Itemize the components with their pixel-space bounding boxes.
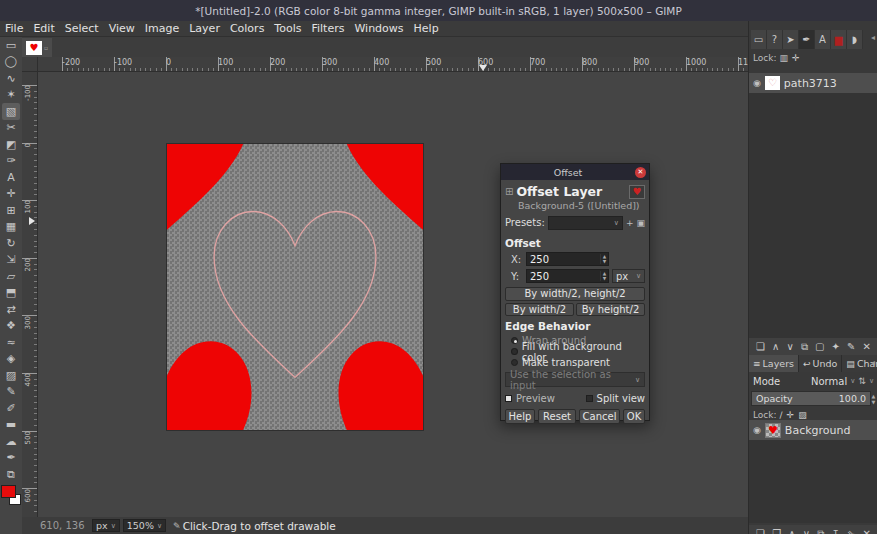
tab-undo[interactable]: ↩Undo (799, 355, 842, 372)
color-swatches[interactable] (1, 485, 21, 505)
scale-tool[interactable]: ⇲ (2, 252, 20, 269)
preview-checkbox[interactable] (505, 395, 512, 402)
lock-paint-icon[interactable]: ∕ (780, 410, 783, 420)
lock-position-icon[interactable]: ✛ (787, 410, 795, 420)
paintbrush-tool[interactable]: ✐ (2, 400, 20, 417)
selection-to-path-button[interactable]: ✦ (832, 342, 840, 352)
unified-transform-tool[interactable]: ❖ (2, 318, 20, 335)
perspective-tool[interactable]: ⬒ (2, 285, 20, 302)
layer-list[interactable]: ◉ ♥ Background (749, 420, 877, 523)
history-tab-icon[interactable]: ➤ (783, 30, 799, 49)
shear-tool[interactable]: ▱ (2, 268, 20, 285)
menu-layer[interactable]: Layer (184, 22, 225, 35)
menu-help[interactable]: Help (409, 22, 444, 35)
gradient-tool[interactable]: ▨ (2, 367, 20, 384)
path-to-selection-button[interactable]: ▢ (815, 342, 824, 352)
merge-down-button[interactable]: ⇘ (847, 529, 855, 534)
menu-view[interactable]: View (104, 22, 140, 35)
align-tool[interactable]: ⊞ (2, 202, 20, 219)
close-icon[interactable]: ✕ (635, 167, 646, 178)
help-button[interactable]: Help (505, 409, 535, 424)
vertical-ruler[interactable]: -1000100200300400500600 (22, 72, 38, 517)
horizontal-ruler[interactable]: -200-10001002003004005006007008009001000… (38, 57, 748, 72)
select-by-color-tool[interactable]: ▧ (2, 103, 20, 120)
fonts-tab-icon[interactable]: A (815, 30, 831, 49)
opacity-slider[interactable]: Opacity 100.0 (751, 391, 871, 406)
scissors-select-tool[interactable]: ✂ (2, 120, 20, 137)
menu-edit[interactable]: Edit (28, 22, 59, 35)
clone-tool[interactable]: ⧉ (2, 466, 20, 483)
delete-path-button[interactable]: ✕ (863, 342, 871, 352)
lower-path-button[interactable]: ∨ (786, 342, 793, 352)
raise-path-button[interactable]: ∧ (772, 342, 779, 352)
foreground-select-tool[interactable]: ◩ (2, 136, 20, 153)
offset-half-width-button[interactable]: By width/2 (505, 303, 574, 317)
radio-fill-with-background-color[interactable]: Fill with background color (511, 346, 645, 357)
ruler-corner[interactable] (22, 57, 38, 72)
lock-position-icon[interactable]: ✛ (792, 53, 800, 63)
chevron-down-icon[interactable]: ∨ (850, 377, 855, 385)
fuzzy-select-tool[interactable]: ✶ (2, 87, 20, 104)
paths-tool[interactable]: ✑ (2, 153, 20, 170)
drag-handle-icon[interactable]: ⊞ (505, 186, 513, 197)
menu-file[interactable]: File (0, 22, 28, 35)
crop-tool[interactable]: ▦ (2, 219, 20, 236)
flip-tool[interactable]: ⇄ (2, 301, 20, 318)
images-tab-icon[interactable]: ▭ (751, 30, 767, 49)
y-offset-input[interactable]: 250 ▲▼ (526, 269, 609, 283)
cancel-button[interactable]: Cancel (579, 409, 620, 424)
new-path-button[interactable]: ❏ (756, 342, 765, 352)
paths-list-empty[interactable] (749, 93, 877, 338)
gradients-tab-icon[interactable]: ▆ (831, 30, 847, 49)
airbrush-tool[interactable]: ☁ (2, 433, 20, 450)
new-layer-button[interactable]: ❏ (756, 529, 765, 534)
eraser-tool[interactable]: ▬ (2, 417, 20, 434)
menu-select[interactable]: Select (60, 22, 104, 35)
zoom-select[interactable]: 150%∨ (123, 519, 166, 532)
split-view-checkbox[interactable] (586, 395, 593, 402)
lock-pixels-icon[interactable]: ▥ (780, 53, 789, 63)
ok-button[interactable]: OK (623, 409, 645, 424)
unit-combo[interactable]: px∨ (612, 269, 645, 283)
presets-combo[interactable]: ∨ (548, 216, 623, 230)
lower-layer-button[interactable]: ∨ (803, 529, 810, 534)
chevron-down-icon[interactable]: ∨ (869, 377, 874, 385)
dialog-titlebar[interactable]: Offset ✕ (501, 164, 649, 180)
mode-switch-icon[interactable]: ⇅ (858, 376, 866, 386)
opacity-spinner[interactable]: ▲▼ (870, 391, 877, 406)
offset-half-height-button[interactable]: By height/2 (576, 303, 645, 317)
pointer-tab-icon[interactable]: ? (767, 30, 783, 49)
image-drawable[interactable] (166, 143, 424, 431)
rotate-tool[interactable]: ↻ (2, 235, 20, 252)
layer-row[interactable]: ◉ ♥ Background (749, 420, 877, 440)
move-tool[interactable]: ✛ (2, 186, 20, 203)
tab-layers[interactable]: ≡Layers (749, 355, 799, 372)
menu-tools[interactable]: Tools (269, 22, 306, 35)
duplicate-layer-button[interactable]: ⧉ (817, 529, 824, 534)
dock-collapse-icon[interactable]: ◂ (871, 358, 875, 367)
ellipse-select-tool[interactable]: ◯ (2, 54, 20, 71)
lock-alpha-icon[interactable]: ▨ (798, 410, 807, 420)
heart-path-outline[interactable] (214, 211, 376, 377)
menu-colors[interactable]: Colors (225, 22, 269, 35)
warp-tool[interactable]: ≈ (2, 334, 20, 351)
raise-layer-button[interactable]: ∧ (788, 529, 795, 534)
foreground-color-swatch[interactable] (1, 485, 16, 498)
new-group-button[interactable]: ❐ (772, 529, 781, 534)
ink-tool[interactable]: ✒ (2, 450, 20, 467)
path-row[interactable]: ◉ ♡ path3713 (749, 73, 877, 93)
context-input-combo[interactable]: Use the selection as input∨ (505, 372, 645, 387)
visibility-eye-icon[interactable]: ◉ (753, 425, 761, 435)
anchor-layer-button[interactable]: ↧ (831, 529, 839, 534)
manage-presets-icon[interactable]: ▣ (636, 218, 645, 228)
menu-filters[interactable]: Filters (306, 22, 349, 35)
brushes-tab-icon[interactable]: ◗ (847, 30, 863, 49)
rectangle-select-tool[interactable]: ▭ (2, 37, 20, 54)
stroke-path-button[interactable]: ✎ (847, 342, 855, 352)
image-tab[interactable]: ♥ ▫ (22, 38, 52, 57)
reset-button[interactable]: Reset (538, 409, 576, 424)
free-select-tool[interactable]: ∿ (2, 70, 20, 87)
add-preset-icon[interactable]: + (626, 218, 634, 228)
window-titlebar[interactable]: *[Untitled]-2.0 (RGB color 8-bit gamma i… (0, 0, 877, 21)
pencil-tool[interactable]: ✎ (2, 384, 20, 401)
